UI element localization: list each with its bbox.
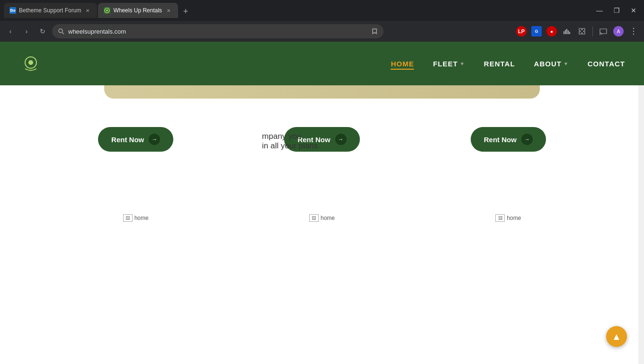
hero-strip [104,85,540,99]
rent-now-arrow-1: → [149,134,160,145]
card-2: Rent Now → mpany you in all your plans [233,127,410,152]
extension-lastpass[interactable]: LP [515,25,528,38]
nav-link-contact[interactable]: CONTACT [588,58,625,70]
cards-row: Rent Now → Rent Now → mpany you in all y… [19,118,625,161]
refresh-button[interactable]: ↻ [36,25,49,38]
broken-image-text-2: home [321,215,335,221]
about-dropdown-arrow: ▼ [564,61,569,66]
broken-image-text-1: home [134,215,149,221]
webpage: HOME FLEET ▼ RENTAL ABOUT ▼ CONTACT [0,42,644,364]
svg-point-2 [59,29,63,33]
tab-beheme[interactable]: Be Betheme Support Forum ✕ [4,3,97,18]
overlay-line1: mpany you [262,132,318,141]
close-button[interactable]: ✕ [627,4,640,17]
nav-fleet-label: FLEET [433,60,458,68]
broken-image-icon-3: 🖼 [495,214,505,222]
tab-favicon-wheels [104,7,110,14]
nav-link-rental[interactable]: RENTAL [484,58,515,70]
svg-line-3 [62,32,64,34]
address-bar[interactable]: wheelsuprentals.com [52,24,384,38]
svg-rect-5 [565,30,566,34]
overlay-text-center: mpany you in all your plans [262,132,318,151]
image-placeholder-2: 🖼 home [233,171,410,265]
svg-point-13 [633,34,634,35]
menu-icon [630,27,637,35]
search-icon [58,28,64,35]
logo-svg [21,55,40,72]
back-button[interactable]: ‹ [4,25,17,38]
svg-rect-7 [568,30,569,34]
broken-image-icon-2: 🖼 [309,214,319,222]
svg-rect-8 [569,32,570,34]
fleet-dropdown-arrow: ▼ [460,61,465,66]
toolbar-icons: LP G ● [515,25,640,38]
card-3: Rent Now → [420,127,597,152]
svg-point-12 [633,31,634,32]
tab-title-beheme: Betheme Support Forum [19,7,81,14]
new-tab-button[interactable]: + [179,5,192,18]
profile-icon[interactable]: A [612,25,625,38]
image-placeholder-3: 🖼 home [420,171,597,265]
puzzle-icon [578,27,586,35]
image-placeholder-1: 🖼 home [47,171,224,265]
scroll-top-icon: ▲ [612,331,621,342]
cast-icon[interactable] [597,25,610,38]
scroll-to-top-button[interactable]: ▲ [606,326,627,347]
svg-point-15 [28,60,33,65]
window-controls: — ❐ ✕ [593,4,640,17]
tab-bar: Be Betheme Support Forum ✕ Wheels Up Ren… [4,3,587,18]
rent-now-label-3: Rent Now [484,136,517,144]
broken-image-2: 🖼 home [309,214,335,222]
tab-title-wheels: Wheels Up Rentals [113,7,162,14]
extension-audioequalizer[interactable] [560,25,573,38]
svg-point-11 [633,28,634,29]
cast-icon-svg [599,27,607,35]
nav-header: HOME FLEET ▼ RENTAL ABOUT ▼ CONTACT [0,42,644,85]
rent-now-arrow-2: → [335,134,347,145]
rent-now-button-1[interactable]: Rent Now → [98,127,173,152]
rent-now-button-3[interactable]: Rent Now → [471,127,546,152]
browser-window: Be Betheme Support Forum ✕ Wheels Up Ren… [0,0,644,364]
nav-link-about[interactable]: ABOUT ▼ [534,58,569,70]
browser-titlebar: Be Betheme Support Forum ✕ Wheels Up Ren… [0,0,644,21]
toolbar-divider [592,27,593,36]
main-content: Rent Now → Rent Now → mpany you in all y… [0,99,644,270]
forward-button[interactable]: › [20,25,33,38]
nav-link-home[interactable]: HOME [391,58,414,70]
broken-image-1: 🖼 home [123,214,149,222]
rent-now-arrow-3: → [521,134,533,145]
nav-about-label: ABOUT [534,60,562,68]
tab-close-beheme[interactable]: ✕ [84,7,91,14]
broken-image-3: 🖼 home [495,214,521,222]
equalizer-icon [563,27,571,35]
address-bar-row: ‹ › ↻ wheelsuprentals.com LP G ● [0,21,644,42]
svg-rect-6 [566,29,567,34]
nav-links: HOME FLEET ▼ RENTAL ABOUT ▼ CONTACT [391,58,625,70]
nav-link-fleet[interactable]: FLEET ▼ [433,58,465,70]
images-row: 🖼 home 🖼 home 🖼 home [19,166,625,270]
menu-button[interactable] [627,25,640,38]
overlay-line2: in all your plans [262,141,318,151]
rent-now-label-1: Rent Now [111,136,144,144]
url-display: wheelsuprentals.com [68,28,126,35]
broken-image-icon-1: 🖼 [123,214,133,222]
extension-grammarly[interactable]: G [530,25,543,38]
svg-rect-4 [564,31,564,34]
card-1: Rent Now → [47,127,224,152]
bookmark-icon [371,28,378,35]
svg-point-1 [106,9,108,11]
extension-puzzle[interactable] [575,25,589,38]
svg-point-10 [599,34,600,35]
logo-image [19,54,43,73]
tab-wheels[interactable]: Wheels Up Rentals ✕ [98,3,178,18]
extension-bardeen[interactable]: ● [545,25,558,38]
tab-close-wheels[interactable]: ✕ [165,7,172,14]
logo[interactable] [19,54,43,73]
minimize-button[interactable]: — [593,4,606,17]
maximize-button[interactable]: ❐ [610,4,623,17]
broken-image-text-3: home [507,215,521,221]
tab-favicon-beheme: Be [9,7,16,14]
